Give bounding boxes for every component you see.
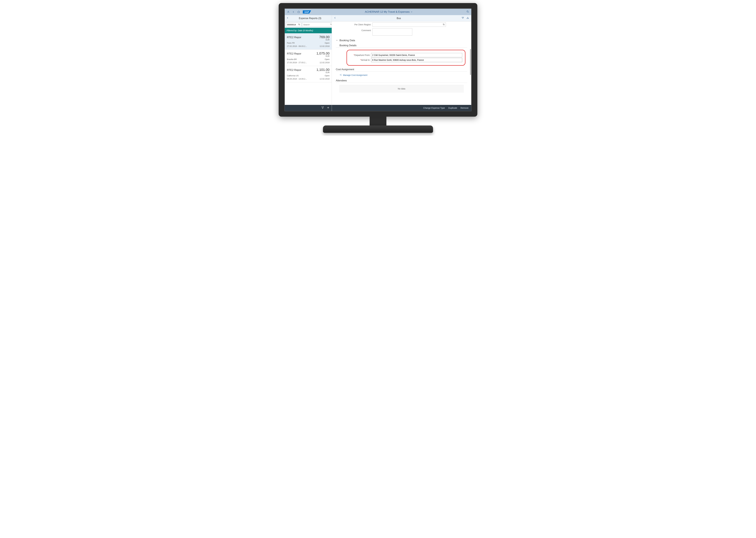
master-title: Expense Reports (3)	[290, 17, 330, 20]
master-header: Expense Reports (3)	[285, 15, 332, 22]
filter-row	[285, 22, 332, 28]
detail-footer: Change Expense Type Duplicate Remove	[332, 105, 471, 111]
list-item-location: Brasilia BR	[287, 58, 297, 60]
id-filter-input[interactable]	[286, 23, 301, 27]
svg-point-1	[467, 11, 468, 12]
list-item-amount: 1,075.00	[316, 51, 330, 55]
remove-button[interactable]: Remove	[461, 107, 469, 109]
global-search-icon[interactable]	[466, 10, 469, 14]
svg-rect-3	[298, 24, 299, 25]
search-field[interactable]	[303, 24, 329, 26]
svg-point-14	[340, 75, 340, 75]
id-filter-field[interactable]	[287, 24, 298, 26]
master-back-icon[interactable]	[286, 17, 289, 20]
change-expense-type-button[interactable]: Change Expense Type	[423, 107, 445, 109]
value-help-icon[interactable]	[298, 24, 300, 26]
svg-point-5	[330, 24, 331, 25]
svg-point-15	[341, 74, 342, 75]
list-item[interactable]: RTE2 Repor 1,075.00 EUR Brasilia BR Open…	[285, 50, 332, 66]
per-diem-input[interactable]	[372, 23, 446, 27]
svg-marker-11	[467, 17, 469, 19]
list-item-amount: 1,101.00	[316, 68, 330, 72]
list-item-location: Paris FR	[287, 42, 295, 44]
search-input[interactable]	[302, 23, 336, 27]
svg-line-2	[468, 12, 469, 13]
svg-line-18	[340, 75, 341, 76]
comment-label: Comment:	[336, 28, 372, 31]
chevron-down-icon	[336, 39, 338, 42]
list-item[interactable]: RTE2 Repor 769.00 EUR Paris FR Open 27.0…	[285, 33, 332, 50]
svg-point-16	[341, 75, 342, 76]
list-item[interactable]: RTE2 Repor 1,101.00 EUR California US Op…	[285, 66, 332, 82]
master-footer	[285, 105, 332, 111]
divider	[336, 47, 467, 48]
list-item-location: California US	[287, 75, 299, 77]
back-icon[interactable]	[292, 11, 294, 13]
list-item-status: Open	[325, 58, 330, 60]
per-diem-field[interactable]	[374, 24, 443, 26]
comment-input[interactable]	[372, 28, 412, 35]
svg-rect-4	[299, 24, 300, 25]
list-item-currency: EUR	[287, 72, 330, 74]
list-item-status: Open	[325, 75, 330, 77]
detail-back-icon[interactable]	[334, 17, 336, 20]
svg-rect-12	[443, 24, 444, 25]
expense-list: RTE2 Repor 769.00 EUR Paris FR Open 27.0…	[285, 33, 332, 105]
list-item-dates: 27.02.2018 - 09.03.2...	[287, 45, 307, 47]
filter-icon[interactable]	[321, 106, 324, 110]
list-item-currency: EUR	[287, 39, 330, 41]
home-icon[interactable]	[297, 11, 300, 13]
scrollbar[interactable]	[470, 49, 471, 75]
svg-marker-7	[322, 107, 324, 109]
svg-line-17	[340, 74, 341, 75]
nav-up-icon[interactable]	[466, 17, 469, 20]
user-icon[interactable]	[287, 11, 290, 13]
per-diem-label: Per Diem Region:	[336, 23, 372, 26]
filter-banner: Filtered by: Date (6 Months)	[285, 28, 332, 33]
list-item-status: Open	[325, 42, 330, 44]
divider	[336, 82, 467, 83]
master-panel: Expense Reports (3)	[285, 15, 332, 111]
detail-panel: Bus Per Diem Region:	[332, 15, 471, 111]
sap-logo: SAP	[303, 10, 311, 14]
list-item-title: RTE2 Repor	[287, 36, 301, 39]
duplicate-button[interactable]: Duplicate	[448, 107, 457, 109]
arrival-label: *Arrival In:	[350, 59, 371, 61]
highlight-annotation: *Departure From: *Arrival In:	[346, 50, 466, 66]
add-icon[interactable]	[327, 106, 330, 110]
list-item-created: 12.02.2018	[320, 61, 330, 64]
list-item-dates: 17.03.2018 - 27.03.2...	[287, 61, 307, 64]
list-item-title: RTE2 Repor	[287, 52, 301, 55]
list-item-created: 12.02.2018	[320, 78, 330, 80]
shell-header: SAP ACHERNAR 12 My Travel & Expenses	[285, 9, 471, 15]
shell-title[interactable]: ACHERNAR 12 My Travel & Expenses	[314, 10, 464, 14]
detail-title: Bus	[336, 17, 462, 20]
svg-point-0	[288, 11, 289, 12]
attendees-no-data: No data	[340, 85, 464, 92]
list-item-amount: 769.00	[319, 35, 330, 39]
svg-rect-13	[444, 24, 445, 25]
attendees-title: Attendees	[336, 79, 467, 82]
arrival-input[interactable]	[371, 58, 462, 62]
list-item-title: RTE2 Repor	[287, 69, 301, 72]
list-item-created: 12.02.2018	[320, 45, 330, 47]
chevron-down-icon	[410, 11, 413, 13]
manage-cost-assignment-link[interactable]: Manage Cost Assignment	[340, 74, 467, 77]
departure-input[interactable]	[371, 53, 462, 57]
detail-header: Bus	[332, 15, 471, 22]
cost-assignment-title: Cost Assignment	[336, 68, 467, 71]
booking-details-title: Booking Details	[340, 44, 467, 47]
nav-down-icon[interactable]	[462, 17, 464, 20]
list-item-dates: 04.04.2018 - 14.04.2...	[287, 78, 307, 80]
svg-marker-10	[462, 17, 464, 19]
value-help-icon[interactable]	[443, 24, 445, 26]
share-icon	[340, 74, 342, 77]
list-item-currency: EUR	[287, 55, 330, 57]
departure-label: *Departure From:	[350, 54, 371, 56]
detail-body: Per Diem Region: Comment:	[332, 22, 471, 105]
booking-data-section[interactable]: Booking Data	[336, 39, 467, 42]
